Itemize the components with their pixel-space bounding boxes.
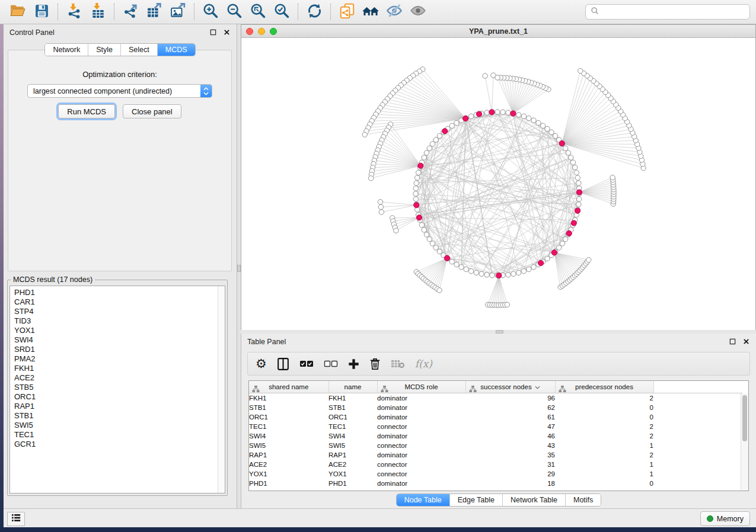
mcds-result-item[interactable]: STP4: [14, 307, 225, 316]
table-cell-successor-nodes[interactable]: 61: [465, 412, 555, 422]
table-cell-shared-name[interactable]: RAP1: [249, 450, 328, 460]
column-header-shared-name[interactable]: shared name: [249, 381, 328, 393]
mcds-result-item[interactable]: RAP1: [14, 402, 225, 411]
zoom-fit-button[interactable]: [246, 2, 270, 21]
mcds-result-item[interactable]: SWI5: [14, 421, 225, 430]
mcds-result-item[interactable]: ACE2: [14, 373, 225, 383]
float-panel-icon[interactable]: [729, 338, 736, 345]
table-cell-successor-nodes[interactable]: 31: [465, 460, 555, 469]
mcds-result-item[interactable]: TID3: [14, 316, 225, 326]
table-cell-predecessor-nodes[interactable]: 1: [555, 441, 653, 450]
table-scrollbar[interactable]: [741, 393, 748, 491]
table-cell-shared-name[interactable]: SWI5: [249, 441, 328, 450]
table-cell-successor-nodes[interactable]: 96: [465, 393, 555, 403]
mcds-result-item[interactable]: STB5: [14, 383, 225, 392]
column-header-name[interactable]: name: [328, 381, 377, 393]
refresh-view-button[interactable]: [302, 2, 326, 21]
deselect-all-icon[interactable]: [324, 356, 338, 371]
tab-node-table[interactable]: Node Table: [397, 494, 450, 506]
table-cell-shared-name[interactable]: ACE2: [249, 460, 328, 469]
column-header-mcds-role[interactable]: MCDS role: [377, 381, 465, 393]
table-cell-predecessor-nodes[interactable]: 1: [555, 460, 653, 469]
add-column-icon[interactable]: [348, 356, 359, 371]
table-cell-name[interactable]: RAP1: [328, 450, 377, 460]
table-cell-successor-nodes[interactable]: 18: [465, 479, 555, 488]
table-cell-mcds-role[interactable]: dominator: [377, 431, 465, 441]
column-header-successor-nodes[interactable]: successor nodes: [465, 381, 555, 393]
mcds-result-item[interactable]: PHD1: [14, 288, 225, 297]
table-row[interactable]: SWI4SWI4dominator462: [249, 431, 742, 441]
first-neighbors-button[interactable]: [359, 2, 382, 21]
memory-button[interactable]: Memory: [700, 511, 750, 526]
table-cell-mcds-role[interactable]: connector: [377, 460, 465, 469]
table-row[interactable]: ORC1ORC1dominator610: [249, 412, 742, 422]
mcds-result-item[interactable]: STB1: [14, 411, 225, 421]
mcds-result-item[interactable]: SWI4: [14, 335, 225, 345]
search-input[interactable]: [602, 7, 745, 17]
table-settings-gear-icon[interactable]: ⚙: [256, 356, 267, 371]
zoom-in-button[interactable]: [199, 2, 222, 21]
table-cell-predecessor-nodes[interactable]: 0: [555, 479, 653, 488]
table-row[interactable]: ACE2ACE2connector311: [249, 460, 742, 469]
export-table-button[interactable]: [142, 2, 166, 21]
table-cell-shared-name[interactable]: FKH1: [249, 393, 328, 403]
float-panel-icon[interactable]: [209, 28, 217, 36]
table-cell-name[interactable]: SWI5: [328, 441, 377, 450]
mcds-result-item[interactable]: TEC1: [14, 430, 225, 440]
select-all-icon[interactable]: [299, 356, 314, 371]
table-cell-successor-nodes[interactable]: 62: [465, 403, 555, 412]
run-mcds-button[interactable]: Run MCDS: [58, 104, 115, 118]
table-row[interactable]: PHD1PHD1dominator180: [249, 479, 742, 488]
table-cell-successor-nodes[interactable]: 29: [465, 469, 555, 479]
table-cell-mcds-role[interactable]: connector: [377, 469, 465, 479]
table-row[interactable]: RAP1RAP1dominator352: [249, 450, 742, 460]
table-cell-shared-name[interactable]: PHD1: [249, 479, 328, 488]
open-file-button[interactable]: [6, 2, 30, 21]
table-cell-predecessor-nodes[interactable]: 1: [555, 469, 653, 479]
search-field[interactable]: [585, 4, 750, 20]
table-cell-name[interactable]: ACE2: [328, 460, 377, 469]
import-table-button[interactable]: [86, 2, 110, 21]
table-row[interactable]: STB1STB1dominator620: [249, 403, 742, 412]
table-cell-name[interactable]: YOX1: [328, 469, 377, 479]
table-row[interactable]: SWI5SWI5connector431: [249, 441, 742, 450]
show-all-button[interactable]: [406, 2, 430, 21]
column-header-predecessor-nodes[interactable]: predecessor nodes: [555, 381, 653, 393]
table-cell-shared-name[interactable]: YOX1: [249, 469, 328, 479]
tab-network[interactable]: Network: [45, 44, 88, 56]
mcds-result-item[interactable]: PMA2: [14, 354, 225, 364]
table-cell-predecessor-nodes[interactable]: 0: [555, 403, 653, 412]
table-cell-name[interactable]: TEC1: [328, 422, 377, 431]
mcds-result-item[interactable]: FKH1: [14, 364, 225, 373]
mcds-result-list[interactable]: PHD1CAR1STP4TID3YOX1SWI4SRD1PMA2FKH1ACE2…: [9, 286, 225, 493]
table-row[interactable]: TEC1TEC1connector472: [249, 422, 742, 431]
table-row[interactable]: FKH1FKH1dominator962: [249, 393, 742, 403]
optimization-criterion-select[interactable]: largest connected component (undirected): [27, 84, 212, 98]
hide-selected-button[interactable]: [382, 2, 406, 21]
table-cell-mcds-role[interactable]: dominator: [377, 479, 465, 488]
table-cell-mcds-role[interactable]: dominator: [377, 412, 465, 422]
tab-style[interactable]: Style: [88, 44, 121, 56]
table-row[interactable]: YOX1YOX1connector291: [249, 469, 742, 479]
tab-select[interactable]: Select: [121, 44, 158, 56]
table-cell-successor-nodes[interactable]: 46: [465, 431, 555, 441]
duplicate-network-button[interactable]: [335, 2, 359, 21]
table-cell-predecessor-nodes[interactable]: 0: [555, 412, 653, 422]
table-cell-mcds-role[interactable]: dominator: [377, 403, 465, 412]
scrollbar-thumb[interactable]: [742, 395, 747, 441]
table-cell-mcds-role[interactable]: dominator: [377, 393, 465, 403]
table-cell-predecessor-nodes[interactable]: 2: [555, 422, 653, 431]
tab-edge-table[interactable]: Edge Table: [450, 494, 503, 506]
close-panel-icon[interactable]: [223, 28, 231, 36]
app-manager-button[interactable]: [7, 512, 25, 526]
export-image-button[interactable]: [166, 2, 190, 21]
mcds-result-item[interactable]: SRD1: [14, 345, 225, 354]
close-panel-button[interactable]: Close panel: [123, 104, 181, 118]
export-network-button[interactable]: [119, 2, 142, 21]
mcds-result-item[interactable]: CAR1: [14, 297, 225, 307]
mcds-result-item[interactable]: ORC1: [14, 392, 225, 402]
table-cell-mcds-role[interactable]: connector: [377, 422, 465, 431]
network-graph[interactable]: [241, 38, 755, 330]
delete-column-icon[interactable]: [369, 356, 381, 371]
table-cell-successor-nodes[interactable]: 47: [465, 422, 555, 431]
